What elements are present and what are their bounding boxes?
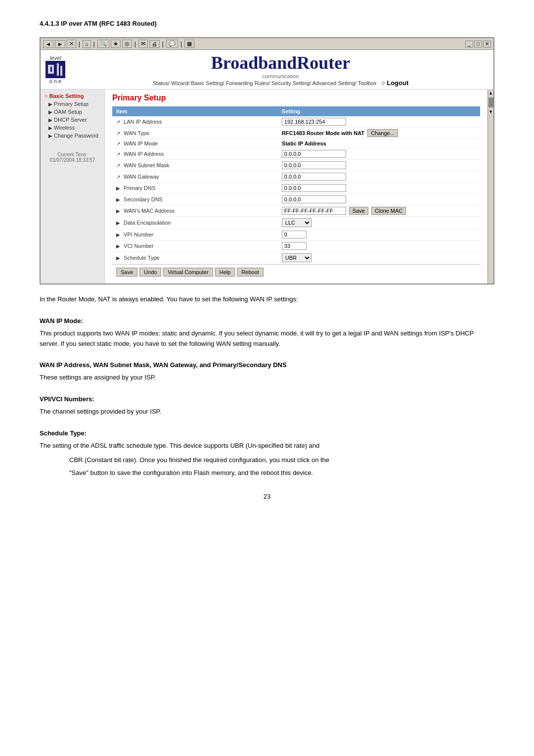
vci-number-input[interactable] [282,242,307,250]
table-cell-label: ↗ WAN Type [112,128,278,139]
row-arrow-icon: ↗ [116,131,120,136]
table-row: ↗ WAN Gateway [112,171,480,183]
mail-button[interactable]: ✉ [138,40,148,48]
change-button[interactable]: Change... [367,129,398,137]
table-header-item: Item [112,106,278,116]
circle-icon: ○ [44,93,48,99]
table-row: ▶ WAN's MAC Address Save Clone MAC [112,205,480,217]
logo-area: level o n e [45,55,65,84]
forward-button[interactable]: ► [55,40,65,48]
table-row: ↗ WAN Subnet Mask [112,160,480,171]
table-cell-label: ▶ VPI Number [112,229,278,240]
clone-mac-button[interactable]: Clone MAC [371,207,406,215]
current-time-section: Current Time: 01/07/2004 18:33:57 [41,149,104,165]
print-button[interactable]: 🖨 [149,40,160,48]
lan-ip-label: LAN IP Address [124,119,162,125]
table-cell-value [278,194,480,205]
table-button[interactable]: ▦ [184,40,194,48]
reboot-button[interactable]: Reboot [237,268,263,277]
undo-button[interactable]: Undo [139,268,161,277]
sidebar-primary-setup-label: Primary Setup [54,101,89,107]
table-cell-label: ▶ Primary DNS [112,183,278,194]
close-button[interactable]: ✕ [483,41,491,47]
table-cell-value [278,229,480,240]
page-number: 23 [40,493,494,500]
scroll-thumb[interactable] [489,97,493,107]
table-cell-value: Static IP Address [278,139,480,148]
wan-type-label: WAN Type [124,130,149,136]
table-row: ↗ WAN IP Mode Static IP Address [112,139,480,148]
wan-ip-mode-label: WAN IP Mode [124,141,158,146]
wan-subnet-mask-input[interactable] [282,161,346,169]
primary-dns-input[interactable] [282,184,346,192]
sidebar-item-oam-setup[interactable]: ▶ OAM Setup [41,108,104,116]
router-body: ○ Basic Setting ▶ Primary Setup ▶ OAM Se… [41,90,493,284]
sidebar-item-basic-setting[interactable]: ○ Basic Setting [41,92,104,100]
virtual-computer-button[interactable]: Virtual Computer [163,268,213,277]
restore-button[interactable]: □ [474,41,482,47]
favorites-button[interactable]: ★ [111,40,121,48]
section-title: 4.4.1.3 IP over ATM (RFC 1483 Routed) [40,20,494,27]
table-cell-value [278,116,480,128]
vpi-number-input[interactable] [282,231,307,238]
wan-ip-address-input[interactable] [282,150,346,158]
lan-ip-input[interactable] [282,118,346,126]
scrollbar[interactable]: ▲ ▼ [488,90,493,284]
arrow-right-icon5: ▶ [48,133,52,139]
help-button[interactable]: Help [215,268,235,277]
wan-gateway-input[interactable] [282,173,346,181]
bottom-buttons: Save Undo Virtual Computer Help Reboot [112,264,480,280]
search-button[interactable]: 🔍 [97,40,109,48]
wan-ip-mode-heading: WAN IP Mode: [40,317,494,325]
wan-mac-input[interactable] [282,207,346,215]
section-wan-ip-address: WAN IP Address, WAN Subnet Mask, WAN Gat… [40,361,494,383]
table-cell-label: ↗ WAN Gateway [112,171,278,183]
media-button[interactable]: ◎ [122,40,132,48]
schedule-indented-1: CBR (Constant bit rate). Once you finish… [69,455,494,466]
svg-rect-3 [57,63,59,76]
wan-gateway-label: WAN Gateway [124,174,159,180]
save-mac-button[interactable]: Save [349,207,368,215]
sidebar-item-wireless[interactable]: ▶ Wireless [41,124,104,132]
window-controls: _ □ ✕ [465,41,491,47]
scroll-up-button[interactable]: ▲ [488,90,494,96]
logout-button[interactable]: ○ Logout [381,79,409,87]
logo-icon [45,61,65,78]
table-cell-value [278,171,480,183]
table-cell-label: ▶ Data Encapsulation [112,217,278,229]
save-button[interactable]: Save [116,268,137,277]
sidebar-item-dhcp-server[interactable]: ▶ DHCP Server [41,116,104,124]
sidebar-dhcp-server-label: DHCP Server [54,117,87,123]
stop-button[interactable]: ✕ [67,40,76,48]
home-button[interactable]: ⌂ [83,40,91,48]
header-brand-area: BroadbandRouter communication Status/ Wi… [73,52,489,87]
wan-ip-mode-paragraph: This product supports two WAN IP modes: … [40,329,494,349]
sidebar-item-change-password[interactable]: ▶ Change Password [41,132,104,140]
scroll-down-button[interactable]: ▼ [488,108,494,115]
router-content: level o n e BroadbandRouter communicatio… [41,50,493,284]
sidebar-wireless-label: Wireless [54,125,75,131]
table-row: ↗ WAN IP Address [112,148,480,160]
table-row: ▶ Primary DNS [112,183,480,194]
data-encap-select[interactable]: LLC VC [282,218,312,227]
wan-type-text: RFC1483 Router Mode with NAT [282,130,364,136]
table-cell-label: ▶ WAN's MAC Address [112,205,278,217]
sidebar: ○ Basic Setting ▶ Primary Setup ▶ OAM Se… [41,90,105,284]
schedule-type-select[interactable]: UBR CBR [282,253,312,262]
table-cell-value: UBR CBR [278,252,480,264]
back-button[interactable]: ◄ [43,40,53,48]
sidebar-item-primary-setup[interactable]: ▶ Primary Setup [41,100,104,108]
row-arrow-icon: ▶ [116,232,120,237]
secondary-dns-input[interactable] [282,195,346,203]
nav-buttons: ◄ ► ✕ | ⌂ | 🔍 ★ ◎ | ✉ 🖨 | 💬 | ▦ [43,40,194,48]
page-title: Primary Setup [112,94,480,102]
wan-mac-label: WAN's MAC Address [124,208,175,214]
table-cell-value [278,148,480,160]
discuss-button[interactable]: 💬 [166,40,178,48]
router-header: level o n e BroadbandRouter communicatio… [41,50,493,90]
browser-toolbar: ◄ ► ✕ | ⌂ | 🔍 ★ ◎ | ✉ 🖨 | 💬 | ▦ _ □ ✕ [41,38,493,50]
minimize-button[interactable]: _ [465,41,473,47]
row-arrow-icon: ▶ [116,255,120,261]
row-arrow-icon: ▶ [116,220,120,226]
table-cell-value: Save Clone MAC [278,205,480,217]
